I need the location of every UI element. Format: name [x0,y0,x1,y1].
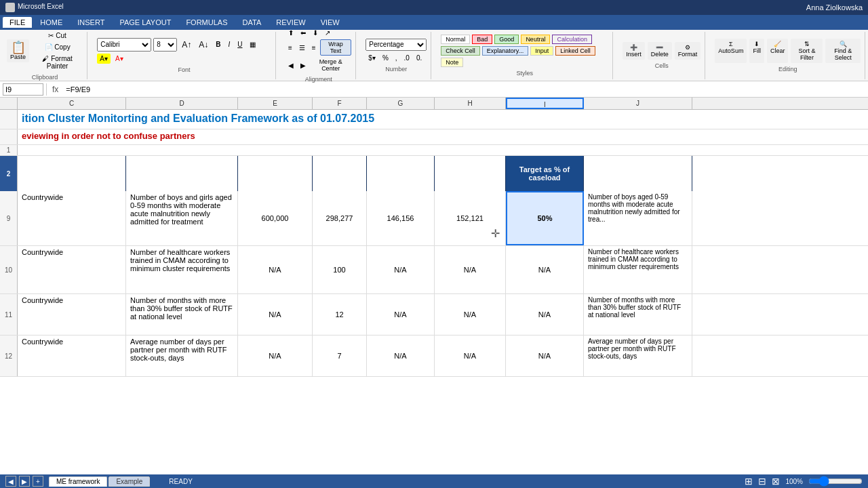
style-note[interactable]: Note [441,58,463,67]
row11-females[interactable]: N/A [435,294,506,335]
col-header-d[interactable]: D [126,98,238,109]
row10-target[interactable]: 100 [313,246,367,293]
formula-input[interactable] [64,83,865,96]
font-color-button[interactable]: A▾ [113,54,126,64]
row9-males[interactable]: 146,156 [367,191,435,245]
align-middle-button[interactable]: ⬅ [298,28,309,38]
border-button[interactable]: ▦ [247,39,258,49]
increase-indent-button[interactable]: ▶ [298,57,309,73]
tab-page-layout[interactable]: PAGE LAYOUT [113,17,178,28]
sort-filter-button[interactable]: ⇅ Sort & Filter [791,39,823,63]
fill-color-button[interactable]: A▾ [97,54,111,64]
row11-males[interactable]: N/A [367,294,435,335]
col-header-e[interactable]: E [238,98,313,109]
row12-pct[interactable]: N/A [506,336,584,376]
font-size-select[interactable]: 8 9 10 11 12 [153,38,177,52]
find-select-button[interactable]: 🔍 Find & Select [825,39,861,63]
row9-indicator[interactable]: Number of boys and girls aged 0-59 month… [126,191,238,245]
scroll-left-button[interactable]: ◀ [5,476,16,487]
col-header-f[interactable]: F [313,98,367,109]
style-neutral[interactable]: Neutral [521,35,550,44]
row12-caseload[interactable]: N/A [238,336,313,376]
copy-button[interactable]: 📄 Copy [32,42,83,52]
merge-center-button[interactable]: Merge & Center [310,57,351,73]
delete-button[interactable]: ➖ Delete [648,42,672,60]
tab-data[interactable]: DATA [236,17,269,28]
wrap-text-button[interactable]: Wrap Text [320,39,352,56]
row9-target[interactable]: 298,277 [313,191,367,245]
insert-button[interactable]: ➕ Insert [623,42,645,60]
row10-indicator[interactable]: Number of healthcare workers trained in … [126,246,238,293]
orientation-button[interactable]: ↗ [322,28,333,38]
style-explanatory[interactable]: Explanatory... [482,46,528,56]
row10-caseload[interactable]: N/A [238,246,313,293]
row11-caseload[interactable]: N/A [238,294,313,335]
row9-location[interactable]: Countrywide [18,191,126,245]
bold-button[interactable]: B [213,39,223,49]
sheet-tab-me-framework[interactable]: ME framework [49,476,107,487]
row11-location[interactable]: Countrywide [18,294,126,335]
col-header-g[interactable]: G [367,98,435,109]
data-row-12[interactable]: 12 Countrywide Average number of days pe… [0,336,868,377]
sheet-tab-example[interactable]: Example [108,476,150,487]
add-sheet-button[interactable]: + [33,476,43,487]
data-row-11[interactable]: 11 Countrywide Number of months with mor… [0,294,868,336]
align-top-button[interactable]: ⬆ [285,28,296,38]
row12-males[interactable]: N/A [367,336,435,376]
col-header-i[interactable]: I [506,98,584,109]
row12-target[interactable]: 7 [313,336,367,376]
style-bad[interactable]: Bad [472,35,492,44]
increase-decimal-button[interactable]: .0 [401,53,412,63]
tab-file[interactable]: FILE [3,17,32,28]
row12-numerator[interactable]: Average number of days per partner per m… [584,336,692,376]
number-format-select[interactable]: Percentage General Number [366,39,427,51]
row12-females[interactable]: N/A [435,336,506,376]
col-header-j[interactable]: J [584,98,692,109]
tab-view[interactable]: VIEW [314,17,347,28]
col-header-h[interactable]: H [435,98,506,109]
row10-pct[interactable]: N/A [506,246,584,293]
format-button[interactable]: ⚙ Format [675,42,701,60]
paste-button[interactable]: 📋 Paste [7,39,29,62]
row12-indicator[interactable]: Average number of days per partner per m… [126,336,238,376]
align-right-button[interactable]: ≡ [309,39,319,56]
tab-home[interactable]: HOME [33,17,69,28]
row11-indicator[interactable]: Number of months with more than 30% buff… [126,294,238,335]
currency-button[interactable]: $▾ [366,53,378,63]
col-header-c[interactable]: C [18,98,126,109]
row9-caseload[interactable]: 600,000 [238,191,313,245]
row11-pct[interactable]: N/A [506,294,584,335]
align-left-button[interactable]: ≡ [285,39,295,56]
row10-numerator[interactable]: Number of healthcare workers trained in … [584,246,692,293]
style-normal[interactable]: Normal [441,35,470,44]
font-family-select[interactable]: Calibri [97,38,151,52]
row9-numerator[interactable]: Number of boys aged 0-59 months with mod… [584,191,692,245]
style-check-cell[interactable]: Check Cell [441,46,480,56]
data-row-10[interactable]: 10 Countrywide Number of healthcare work… [0,246,868,294]
align-bottom-button[interactable]: ⬇ [310,28,321,38]
page-break-button[interactable]: ⊠ [772,476,780,487]
autosum-button[interactable]: Σ AutoSum [715,39,747,63]
scroll-right-button[interactable]: ▶ [19,476,30,487]
row11-target[interactable]: 12 [313,294,367,335]
style-calc[interactable]: Calculation [552,35,592,44]
decrease-decimal-button[interactable]: 0. [414,53,425,63]
row10-males[interactable]: N/A [367,246,435,293]
align-center-button[interactable]: ☰ [296,39,308,56]
italic-button[interactable]: I [225,39,233,49]
style-good[interactable]: Good [494,35,519,44]
cut-button[interactable]: ✂ Cut [32,30,83,41]
style-linked-cell[interactable]: Linked Cell [555,46,595,56]
row12-location[interactable]: Countrywide [18,336,126,376]
decrease-indent-button[interactable]: ◀ [285,57,296,73]
row10-location[interactable]: Countrywide [18,246,126,293]
row10-females[interactable]: N/A [435,246,506,293]
data-row-9[interactable]: 9 Countrywide Number of boys and girls a… [0,191,868,246]
name-box[interactable] [3,83,43,96]
row9-females[interactable]: 152,121 ✛ [435,191,506,245]
row9-pct[interactable]: 50% [506,191,584,245]
fill-button[interactable]: ⬇ Fill [749,39,764,63]
tab-review[interactable]: REVIEW [269,17,312,28]
zoom-slider[interactable] [808,476,863,487]
format-painter-button[interactable]: 🖌 Format Painter [32,54,83,71]
